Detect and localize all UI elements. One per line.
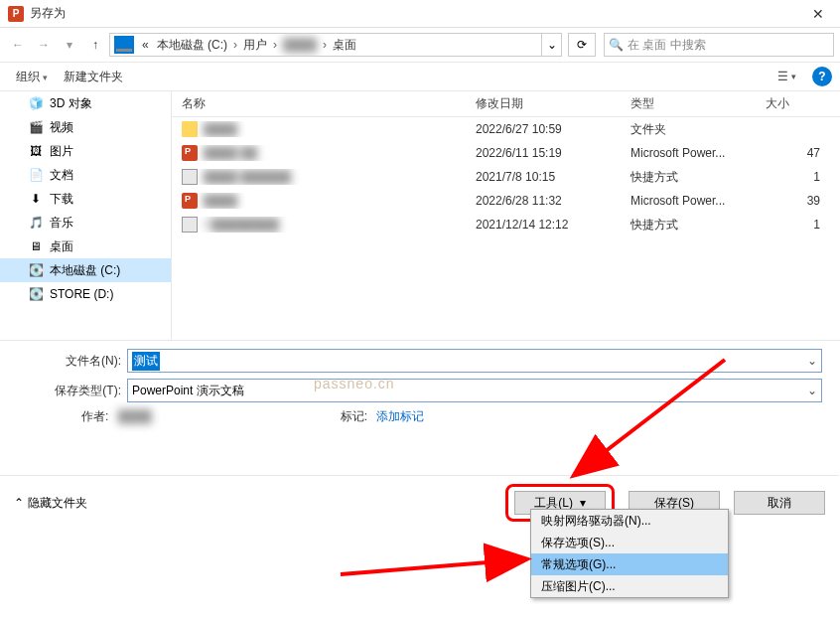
sidebar-item-label: 图片 xyxy=(50,143,73,160)
folder-icon: 🖥 xyxy=(28,238,44,254)
forward-button[interactable]: → xyxy=(32,33,56,57)
chevron-down-icon[interactable]: ⌄ xyxy=(807,354,817,368)
crumb-sep: › xyxy=(271,38,279,52)
help-button[interactable]: ? xyxy=(812,67,832,86)
menu-item[interactable]: 保存选项(S)... xyxy=(531,532,728,553)
file-type: 快捷方式 xyxy=(621,169,756,186)
sidebar-item[interactable]: 💽STORE (D:) xyxy=(0,282,171,306)
file-name: ████ ██ xyxy=(204,146,257,160)
folder-icon: 💽 xyxy=(28,286,44,302)
sidebar: 🧊3D 对象🎬视频🖼图片📄文档⬇下载🎵音乐🖥桌面💽本地磁盘 (C:)💽STORE… xyxy=(0,91,171,340)
menu-item[interactable]: 常规选项(G)... xyxy=(531,553,728,575)
search-icon: 🔍 xyxy=(609,38,624,52)
hide-folders-toggle[interactable]: ⌃ 隐藏文件夹 xyxy=(14,495,87,512)
back-button[interactable]: ← xyxy=(6,33,30,57)
file-row[interactable]: ████2022/6/27 10:59文件夹 xyxy=(172,117,840,141)
title-bar: P 另存为 ✕ xyxy=(0,0,840,28)
sidebar-item-label: 3D 对象 xyxy=(50,95,92,112)
tags-label: 标记: xyxy=(341,409,367,423)
file-name: ████ ██████ xyxy=(204,170,291,184)
crumb[interactable]: 本地磁盘 (C:) xyxy=(153,37,231,54)
file-type: 文件夹 xyxy=(621,121,756,138)
chevron-down-icon: ⌃ xyxy=(14,496,24,510)
file-date: 2022/6/27 10:59 xyxy=(466,122,621,136)
file-size: 47 xyxy=(756,146,840,160)
up-button[interactable]: ↑ xyxy=(83,33,107,57)
col-type[interactable]: 类型 xyxy=(621,95,756,112)
file-row[interactable]: E████████2021/12/14 12:12快捷方式1 xyxy=(172,213,840,236)
short-icon xyxy=(182,217,198,233)
folder-icon: 💽 xyxy=(28,262,44,278)
folder-icon: 🎬 xyxy=(28,119,44,135)
menu-item[interactable]: 映射网络驱动器(N)... xyxy=(531,510,728,532)
hide-folders-label: 隐藏文件夹 xyxy=(28,495,87,512)
file-row[interactable]: ████ ██████2021/7/8 10:15快捷方式1 xyxy=(172,165,840,189)
tags-value[interactable]: 添加标记 xyxy=(376,409,424,423)
file-type: 快捷方式 xyxy=(621,217,756,234)
recent-button[interactable]: ▾ xyxy=(58,33,81,57)
file-row[interactable]: ████ ██2022/6/11 15:19Microsoft Power...… xyxy=(172,141,840,165)
chevron-down-icon[interactable]: ⌄ xyxy=(807,384,817,397)
new-folder-button[interactable]: 新建文件夹 xyxy=(56,67,131,87)
sidebar-item[interactable]: 🧊3D 对象 xyxy=(0,91,171,115)
sidebar-item[interactable]: 💽本地磁盘 (C:) xyxy=(0,258,171,282)
savetype-select[interactable]: PowerPoint 演示文稿 ⌄ xyxy=(127,379,822,402)
crumb[interactable]: ████ xyxy=(279,38,321,52)
sidebar-item[interactable]: ⬇下载 xyxy=(0,187,171,211)
sidebar-item-label: 文档 xyxy=(50,167,73,184)
sidebar-item-label: 桌面 xyxy=(50,238,73,255)
file-row[interactable]: ████2022/6/28 11:32Microsoft Power...39 xyxy=(172,189,840,213)
crumb[interactable]: 桌面 xyxy=(329,37,360,54)
drive-icon xyxy=(114,36,134,54)
window-title: 另存为 xyxy=(30,5,804,22)
author-label: 作者: xyxy=(81,409,108,423)
file-date: 2021/12/14 12:12 xyxy=(466,218,621,232)
col-date[interactable]: 修改日期 xyxy=(466,95,621,112)
crumb[interactable]: « xyxy=(138,38,153,52)
col-size[interactable]: 大小 xyxy=(756,95,840,112)
address-bar[interactable]: « 本地磁盘 (C:) › 用户 › ████ › 桌面 ⌄ xyxy=(109,33,562,57)
refresh-button[interactable]: ⟳ xyxy=(568,33,596,57)
file-type: Microsoft Power... xyxy=(621,194,756,208)
cancel-button[interactable]: 取消 xyxy=(734,491,825,515)
filename-value: 测试 xyxy=(132,352,160,371)
tools-menu: 映射网络驱动器(N)...保存选项(S)...常规选项(G)...压缩图片(C)… xyxy=(530,509,729,598)
sidebar-item[interactable]: 🖥桌面 xyxy=(0,234,171,258)
nav-bar: ← → ▾ ↑ « 本地磁盘 (C:) › 用户 › ████ › 桌面 ⌄ ⟳… xyxy=(0,28,840,62)
view-button[interactable]: ☰▾ xyxy=(771,68,802,85)
sidebar-item-label: 音乐 xyxy=(50,215,73,232)
file-name: ████ xyxy=(204,122,237,136)
filename-input[interactable]: 测试 ⌄ xyxy=(127,349,822,373)
author-value[interactable]: ████ xyxy=(118,409,152,423)
app-icon: P xyxy=(8,6,24,22)
sidebar-item-label: STORE (D:) xyxy=(50,287,113,301)
file-name: E████████ xyxy=(204,218,279,232)
toolbar: 组织 新建文件夹 ☰▾ ? xyxy=(0,62,840,91)
ppt-icon xyxy=(182,193,198,209)
sidebar-item-label: 视频 xyxy=(50,119,73,136)
crumb[interactable]: 用户 xyxy=(239,37,271,54)
savetype-value: PowerPoint 演示文稿 xyxy=(132,383,244,399)
close-button[interactable]: ✕ xyxy=(804,6,832,22)
search-placeholder: 在 桌面 中搜索 xyxy=(628,37,706,54)
sidebar-item-label: 本地磁盘 (C:) xyxy=(50,262,120,279)
file-date: 2022/6/28 11:32 xyxy=(466,194,621,208)
organize-button[interactable]: 组织 xyxy=(8,67,56,87)
ppt-icon xyxy=(182,145,198,161)
crumb-sep: › xyxy=(321,38,329,52)
form-area: 文件名(N): 测试 ⌄ 保存类型(T): PowerPoint 演示文稿 ⌄ … xyxy=(0,340,840,429)
column-headers: 名称 修改日期 类型 大小 xyxy=(172,91,840,117)
file-date: 2021/7/8 10:15 xyxy=(466,170,621,184)
sidebar-item-label: 下载 xyxy=(50,191,73,208)
file-size: 1 xyxy=(756,170,840,184)
short-icon xyxy=(182,169,198,185)
sidebar-item[interactable]: 🖼图片 xyxy=(0,139,171,163)
sidebar-item[interactable]: 🎬视频 xyxy=(0,115,171,139)
menu-item[interactable]: 压缩图片(C)... xyxy=(531,575,728,597)
folder-icon: 🎵 xyxy=(28,215,44,231)
sidebar-item[interactable]: 📄文档 xyxy=(0,163,171,187)
col-name[interactable]: 名称 xyxy=(172,95,466,112)
sidebar-item[interactable]: 🎵音乐 xyxy=(0,211,171,234)
address-dropdown[interactable]: ⌄ xyxy=(541,34,561,56)
search-input[interactable]: 🔍 在 桌面 中搜索 xyxy=(604,33,834,57)
